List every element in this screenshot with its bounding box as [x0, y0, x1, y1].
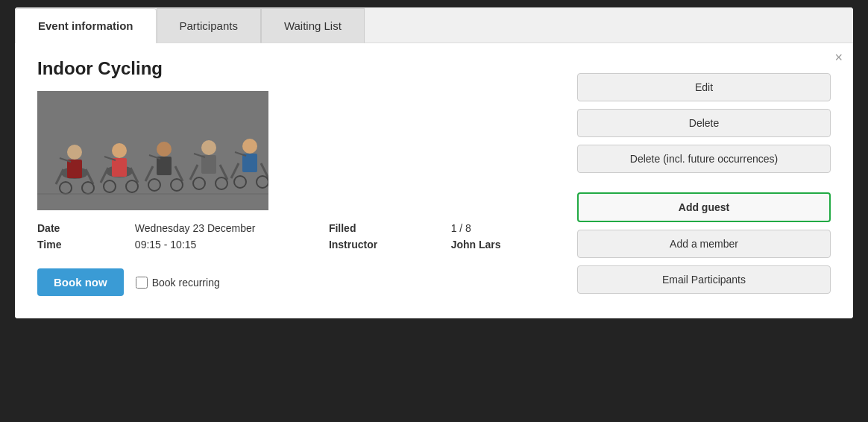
event-image	[37, 91, 268, 210]
date-label: Date	[37, 222, 123, 234]
book-row: Book now Book recurring	[37, 268, 562, 296]
svg-rect-11	[112, 158, 127, 177]
event-details: Date Wednesday 23 December Filled 1 / 8 …	[37, 222, 562, 251]
content-layout: Indoor Cycling	[37, 58, 831, 296]
book-recurring-label[interactable]: Book recurring	[136, 277, 220, 289]
date-value: Wednesday 23 December	[135, 222, 317, 234]
time-value: 09:15 - 10:15	[135, 239, 317, 251]
delete-button[interactable]: Delete	[577, 109, 831, 137]
book-recurring-checkbox[interactable]	[136, 277, 148, 289]
svg-point-31	[242, 139, 257, 154]
svg-point-17	[157, 142, 172, 157]
add-guest-button[interactable]: Add guest	[577, 192, 831, 222]
tab-waiting-list[interactable]: Waiting List	[261, 8, 365, 43]
cycling-image-svg	[37, 91, 268, 210]
left-column: Indoor Cycling	[37, 58, 562, 296]
email-participants-button[interactable]: Email Participants	[577, 265, 831, 294]
svg-rect-18	[157, 157, 172, 175]
spacer	[577, 180, 831, 185]
filled-value: 1 / 8	[451, 222, 562, 234]
tabs-row: Event information Participants Waiting L…	[15, 7, 853, 43]
tab-event-information[interactable]: Event information	[15, 8, 157, 43]
add-member-button[interactable]: Add a member	[577, 230, 831, 258]
svg-point-24	[201, 140, 216, 155]
filled-label: Filled	[329, 222, 439, 234]
event-title: Indoor Cycling	[37, 58, 562, 79]
right-column: Edit Delete Delete (incl. future occurre…	[577, 58, 831, 296]
svg-rect-25	[201, 155, 216, 174]
svg-point-10	[112, 143, 127, 158]
svg-rect-32	[242, 154, 257, 172]
time-label: Time	[37, 239, 123, 251]
tab-participants[interactable]: Participants	[157, 8, 261, 43]
book-now-button[interactable]: Book now	[37, 268, 124, 296]
instructor-label: Instructor	[329, 239, 439, 251]
delete-future-button[interactable]: Delete (incl. future occurrences)	[577, 145, 831, 173]
event-modal: Event information Participants Waiting L…	[15, 7, 853, 318]
close-button[interactable]: ×	[834, 51, 843, 64]
svg-point-2	[67, 145, 82, 160]
svg-rect-3	[67, 160, 82, 178]
edit-button[interactable]: Edit	[577, 73, 831, 101]
instructor-value: John Lars	[451, 239, 562, 251]
modal-body: × Indoor Cycling	[15, 43, 853, 318]
